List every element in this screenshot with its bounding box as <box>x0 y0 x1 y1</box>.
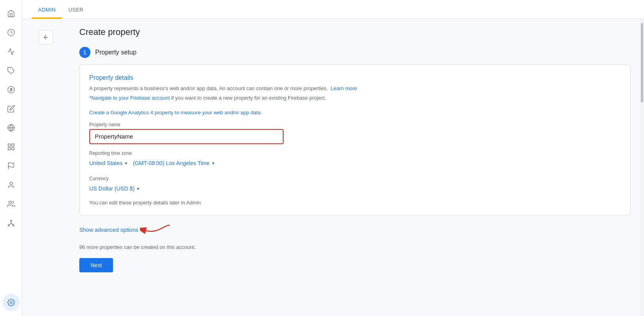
sidebar-hierarchy-icon[interactable] <box>2 214 20 232</box>
firebase-desc: *Navigate to your Firebase account if yo… <box>89 94 621 102</box>
country-dropdown[interactable]: United States ▼ <box>89 158 128 168</box>
edit-later-text: You can edit these property details late… <box>89 200 621 206</box>
timezone-label: Reporting time zone <box>89 150 621 156</box>
timezone-dropdowns: United States ▼ (GMT-08:00) Los Angeles … <box>89 158 621 168</box>
sidebar-group-icon[interactable] <box>2 195 20 213</box>
red-arrow-annotation <box>140 222 172 238</box>
property-details-card: Property details A property represents a… <box>79 64 631 216</box>
timezone-dropdown-group: (GMT-08:00) Los Angeles Time ▼ <box>133 158 215 168</box>
svg-point-12 <box>9 201 12 204</box>
card-title: Property details <box>89 74 621 81</box>
country-chevron-icon: ▼ <box>124 161 128 166</box>
sidebar-globe-icon[interactable] <box>2 119 20 137</box>
tab-admin[interactable]: ADMIN <box>32 2 62 19</box>
card-description: A property represents a business's web a… <box>89 85 621 92</box>
sidebar-home-icon[interactable] <box>2 5 20 22</box>
property-name-field-group: Property name <box>89 122 621 144</box>
step-header: 1 Property setup <box>79 47 631 58</box>
property-name-label: Property name <box>89 122 621 127</box>
next-button[interactable]: Next <box>79 258 113 272</box>
timezone-chevron-icon: ▼ <box>211 161 215 166</box>
properties-info: 96 more properties can be created on thi… <box>79 244 631 250</box>
property-name-input[interactable] <box>95 133 278 140</box>
svg-rect-7 <box>12 144 14 146</box>
currency-value: US Dollar (USD $) <box>89 185 134 192</box>
learn-more-link[interactable]: Learn more <box>331 85 357 91</box>
sidebar-flag-icon[interactable] <box>2 157 20 175</box>
measure-text: Create a Google Analytics 4 property to … <box>89 110 621 116</box>
ga4-highlight: 4 <box>150 110 153 116</box>
svg-rect-6 <box>8 144 10 146</box>
currency-chevron-icon: ▼ <box>136 187 140 191</box>
svg-rect-8 <box>12 148 14 150</box>
scrollbar-thumb[interactable] <box>641 23 643 102</box>
sidebar-tag-icon[interactable] <box>2 62 20 79</box>
currency-field-group: Currency US Dollar (USD $) ▼ <box>89 176 621 193</box>
firebase-suffix: if you want to create a new property for… <box>170 95 326 101</box>
sidebar <box>0 0 22 316</box>
content-area: Create property 1 Property setup Propert… <box>22 19 644 316</box>
svg-line-18 <box>11 224 13 225</box>
svg-point-15 <box>13 225 14 226</box>
svg-rect-9 <box>8 148 10 150</box>
tab-user[interactable]: USER <box>62 2 90 19</box>
svg-point-19 <box>10 302 12 304</box>
svg-line-17 <box>9 224 11 225</box>
sidebar-chart-icon[interactable] <box>2 138 20 156</box>
timezone-field-group: Reporting time zone United States ▼ (GMT… <box>89 150 621 168</box>
timezone-value: (GMT-08:00) Los Angeles Time <box>133 160 210 166</box>
sidebar-dollar-icon[interactable] <box>2 81 20 98</box>
timezone-dropdown[interactable]: (GMT-08:00) Los Angeles Time ▼ <box>133 158 215 168</box>
svg-point-13 <box>10 220 12 222</box>
card-desc-text: A property represents a business's web a… <box>89 85 328 91</box>
step-circle: 1 <box>79 47 90 58</box>
svg-point-14 <box>8 225 9 226</box>
sidebar-pencil-icon[interactable] <box>2 100 20 118</box>
page-content: Create property 1 Property setup Propert… <box>70 19 640 316</box>
sidebar-settings-icon[interactable] <box>2 294 20 311</box>
sidebar-activity-icon[interactable] <box>2 43 20 60</box>
country-dropdown-group: United States ▼ <box>89 158 128 168</box>
property-name-input-wrapper[interactable] <box>89 129 284 144</box>
tab-bar: ADMIN USER <box>22 0 644 19</box>
svg-point-11 <box>10 182 12 185</box>
country-value: United States <box>89 160 123 166</box>
step-title: Property setup <box>95 49 136 56</box>
currency-dropdown[interactable]: US Dollar (USD $) ▼ <box>89 184 140 193</box>
back-button[interactable] <box>39 30 53 44</box>
main-area: ADMIN USER Create property 1 Property se… <box>22 0 644 316</box>
currency-label: Currency <box>89 176 621 181</box>
sidebar-clock-icon[interactable] <box>2 24 20 41</box>
show-advanced-options-link[interactable]: Show advanced options <box>79 227 138 233</box>
page-title: Create property <box>79 27 631 37</box>
sidebar-person-icon[interactable] <box>2 176 20 194</box>
scrollbar-area <box>640 19 644 316</box>
firebase-link[interactable]: *Navigate to your Firebase account <box>89 95 170 101</box>
left-panel <box>22 19 70 316</box>
advanced-options-section: Show advanced options <box>79 222 631 238</box>
